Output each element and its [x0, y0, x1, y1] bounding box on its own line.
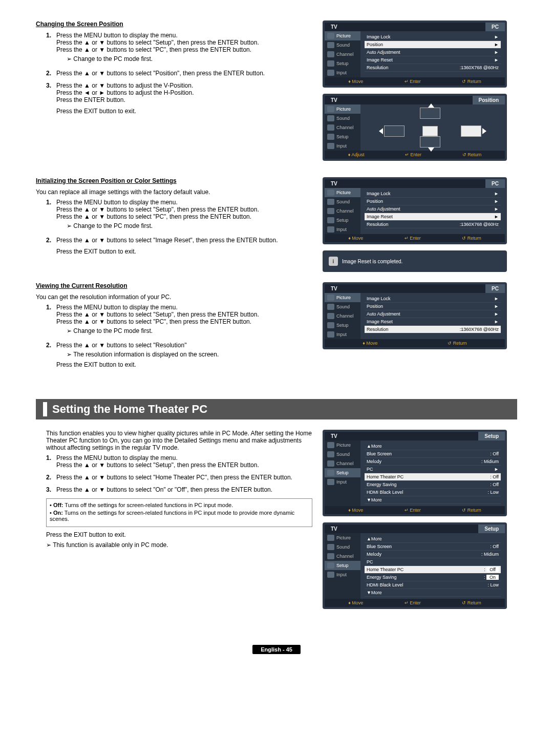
s2-step1: Press the MENU button to display the men…: [56, 199, 312, 232]
s3-step2: Press the ▲ or ▼ buttons to select "Reso…: [56, 342, 312, 368]
osd-pc-imagereset: TVPC Picture Sound Channel Setup Input I…: [323, 177, 507, 244]
s1-step3: Press the ▲ or ▼ buttons to adjust the V…: [56, 82, 312, 115]
s3-intro: You can get the resolution information o…: [36, 293, 312, 301]
s4-bullets: Off: Off: Turns off the settings for scr…: [46, 498, 312, 527]
s1-step1: Press the MENU button to display the men…: [56, 32, 312, 65]
osd-setup-htpc-select: TVSetup Picture Sound Channel Setup Inpu…: [323, 522, 507, 609]
osd-message: i Image Reset is completed.: [323, 250, 507, 272]
s4-step3: Press the ▲ or ▼ buttons to select "On" …: [56, 486, 312, 493]
section1-title: Changing the Screen Position: [36, 20, 312, 28]
s2-step2: Press the ▲ or ▼ buttons to select "Imag…: [56, 237, 312, 255]
s4-step1: Press the MENU button to display the men…: [56, 454, 312, 469]
s4-intro: This function enables you to view higher…: [46, 430, 312, 451]
s1-step2: Press the ▲ or ▼ buttons to select "Posi…: [56, 70, 312, 77]
section2-title: Initializing the Screen Position or Colo…: [36, 177, 312, 184]
page-footer: English - 45: [36, 646, 517, 653]
osd-pc-resolution: TVPC Picture Sound Channel Setup Input I…: [323, 282, 507, 349]
section3-title: Viewing the Current Resolution: [36, 282, 312, 289]
osd-position-adjust: TVPosition Picture Sound Channel Setup I…: [323, 94, 507, 161]
s4-step2: Press the ▲ or ▼ buttons to select "Home…: [56, 474, 312, 481]
osd-setup-htpc: TVSetup Picture Sound Channel Setup Inpu…: [323, 430, 507, 516]
info-icon: i: [329, 257, 338, 266]
osd-pc-position: TVPC Picture Sound Channel Setup Input I…: [323, 20, 507, 88]
s4-note: This function is available only in PC mo…: [46, 541, 312, 549]
big-heading: Setting the Home Theater PC: [36, 399, 517, 419]
s1-note1: Change to the PC mode first.: [67, 55, 312, 62]
s4-exit: Press the EXIT button to exit.: [46, 531, 312, 538]
s3-step1: Press the MENU button to display the men…: [56, 304, 312, 337]
s2-intro: You can replace all image settings with …: [36, 188, 312, 196]
